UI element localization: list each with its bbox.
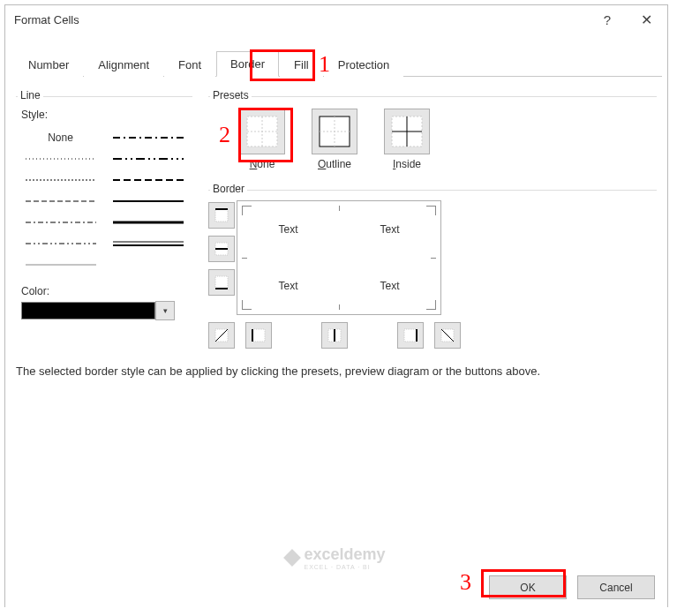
border-bottom-button[interactable]	[208, 269, 235, 296]
annotation-num-2: 2	[219, 122, 230, 148]
annotation-num-3: 3	[460, 569, 471, 596]
watermark-brand: exceldemy	[304, 545, 385, 564]
border-left-button[interactable]	[245, 322, 272, 349]
watermark-icon	[282, 549, 300, 567]
dialog-title: Format Cells	[14, 13, 588, 26]
preset-outline-label: Outline	[318, 158, 351, 170]
style-opt[interactable]	[109, 128, 187, 147]
style-opt[interactable]	[21, 234, 100, 253]
preview-cell: Text	[237, 258, 339, 314]
preset-inside-label: Inside	[393, 158, 421, 170]
presets-row: None Outline Inside	[235, 109, 657, 170]
style-opt[interactable]	[21, 192, 100, 211]
annotation-box-1	[250, 49, 315, 81]
style-opt[interactable]	[109, 170, 187, 190]
svg-rect-22	[215, 209, 228, 222]
svg-rect-38	[283, 549, 301, 567]
annotation-num-1: 1	[319, 51, 330, 78]
tab-number[interactable]: Number	[14, 52, 83, 77]
watermark-sub: EXCEL · DATA · BI	[304, 564, 385, 570]
annotation-box-2	[238, 108, 293, 162]
style-opt[interactable]	[21, 170, 100, 190]
color-dropdown[interactable]: ▾	[155, 301, 175, 320]
presets-group-label: Presets	[210, 89, 252, 101]
style-opt[interactable]	[109, 234, 187, 253]
style-opt[interactable]	[109, 192, 187, 211]
style-opt[interactable]	[21, 213, 100, 232]
svg-rect-26	[215, 276, 228, 289]
border-hmid-button[interactable]	[208, 236, 235, 262]
color-picker[interactable]: ▾	[21, 301, 187, 320]
tab-alignment[interactable]: Alignment	[84, 52, 163, 77]
preset-outline-icon	[319, 116, 350, 147]
svg-rect-30	[252, 329, 265, 342]
preview-cell: Text	[339, 201, 440, 258]
tab-protection[interactable]: Protection	[324, 52, 404, 77]
close-button[interactable]: ✕	[627, 6, 666, 33]
color-swatch	[21, 302, 155, 319]
border-diag-up-button[interactable]	[208, 322, 235, 349]
style-list[interactable]: None	[16, 124, 192, 278]
border-preview[interactable]: Text Text Text Text	[237, 200, 441, 315]
style-opt[interactable]	[109, 255, 187, 274]
style-opt[interactable]	[109, 149, 187, 169]
help-button[interactable]: ?	[588, 6, 627, 33]
color-label: Color:	[21, 285, 192, 297]
border-top-button[interactable]	[208, 202, 235, 229]
preset-outline[interactable]: Outline	[307, 109, 362, 170]
tab-font[interactable]: Font	[164, 52, 215, 77]
preview-cell: Text	[237, 201, 339, 258]
format-cells-dialog: Format Cells ? ✕ Number Alignment Font B…	[4, 4, 668, 607]
line-group: Line Style: None	[16, 86, 192, 349]
dialog-footer: OK Cancel	[5, 567, 667, 607]
tabbar: Number Alignment Font Border Fill Protec…	[14, 51, 662, 77]
preset-inside-icon	[391, 116, 423, 147]
preset-inside[interactable]: Inside	[380, 109, 434, 170]
cancel-button[interactable]: Cancel	[577, 575, 655, 599]
border-vmid-button[interactable]	[321, 322, 348, 349]
style-opt[interactable]	[109, 213, 187, 232]
titlebar: Format Cells ? ✕	[5, 5, 667, 34]
border-diag-down-button[interactable]	[434, 322, 461, 349]
preview-cell: Text	[339, 258, 440, 314]
help-text: The selected border style can be applied…	[16, 363, 657, 380]
content: Line Style: None	[5, 77, 667, 567]
watermark: exceldemy EXCEL · DATA · BI	[282, 545, 385, 570]
style-label: Style:	[21, 109, 192, 121]
svg-rect-34	[404, 329, 417, 342]
style-opt[interactable]	[21, 255, 100, 274]
style-none[interactable]: None	[21, 128, 100, 147]
annotation-box-3	[481, 569, 566, 597]
style-opt[interactable]	[21, 149, 100, 169]
border-group-label: Border	[210, 183, 247, 195]
border-right-button[interactable]	[397, 322, 424, 349]
line-group-label: Line	[18, 89, 43, 101]
